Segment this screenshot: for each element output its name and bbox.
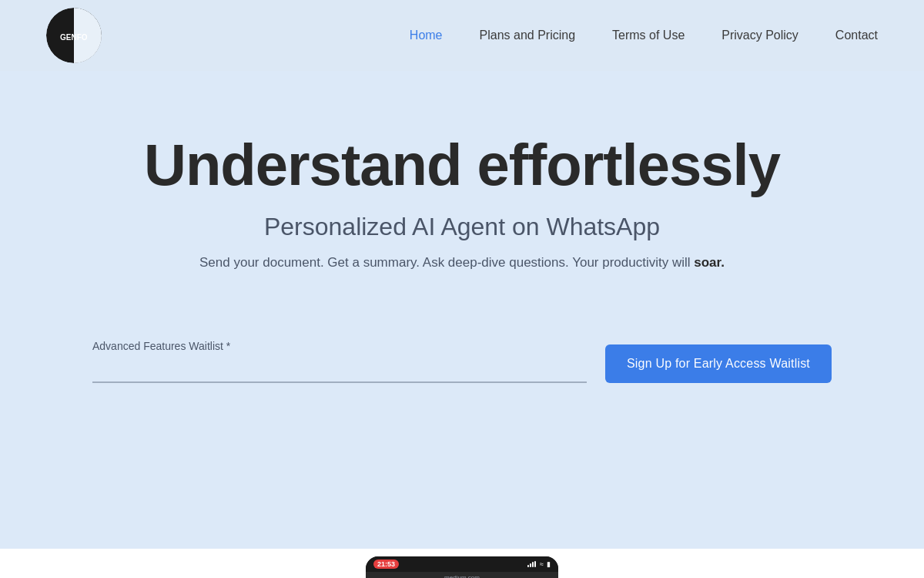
main-nav: Home Plans and Pricing Terms of Use Priv… bbox=[410, 29, 878, 42]
nav-plans[interactable]: Plans and Pricing bbox=[480, 29, 576, 42]
nav-contact[interactable]: Contact bbox=[835, 29, 878, 42]
signup-button[interactable]: Sign Up for Early Access Waitlist bbox=[605, 344, 832, 383]
hero-description: Send your document. Get a summary. Ask d… bbox=[199, 255, 725, 271]
navbar: GENFO Home Plans and Pricing Terms of Us… bbox=[0, 0, 924, 71]
hero-subtitle: Personalized AI Agent on WhatsApp bbox=[264, 213, 660, 241]
phone-icons: ≈ ▮ bbox=[527, 560, 551, 568]
nav-home[interactable]: Home bbox=[410, 29, 443, 42]
phone-mockup: 21:53 ≈ ▮ medium.com bbox=[366, 556, 558, 578]
waitlist-form: Advanced Features Waitlist * Sign Up for… bbox=[92, 340, 832, 383]
input-label: Advanced Features Waitlist * bbox=[92, 340, 587, 352]
phone-url-bar: medium.com bbox=[366, 572, 558, 578]
email-input-group: Advanced Features Waitlist * bbox=[92, 340, 587, 383]
logo[interactable]: GENFO bbox=[46, 8, 102, 63]
signal-icon bbox=[527, 561, 537, 567]
hero-desc-bold: soar. bbox=[694, 255, 725, 270]
phone-status-bar: 21:53 ≈ ▮ bbox=[366, 556, 558, 572]
battery-icon: ▮ bbox=[547, 560, 551, 568]
hero-section: Understand effortlessly Personalized AI … bbox=[0, 71, 924, 549]
nav-terms[interactable]: Terms of Use bbox=[612, 29, 685, 42]
phone-url: medium.com bbox=[444, 574, 480, 578]
hero-title: Understand effortlessly bbox=[144, 133, 780, 197]
nav-privacy[interactable]: Privacy Policy bbox=[721, 29, 798, 42]
email-input[interactable] bbox=[92, 358, 587, 383]
bottom-section: 21:53 ≈ ▮ medium.com bbox=[0, 549, 924, 578]
phone-time: 21:53 bbox=[373, 560, 399, 569]
wifi-icon: ≈ bbox=[540, 560, 544, 568]
hero-desc-prefix: Send your document. Get a summary. Ask d… bbox=[199, 255, 694, 270]
svg-text:GENFO: GENFO bbox=[60, 33, 88, 42]
